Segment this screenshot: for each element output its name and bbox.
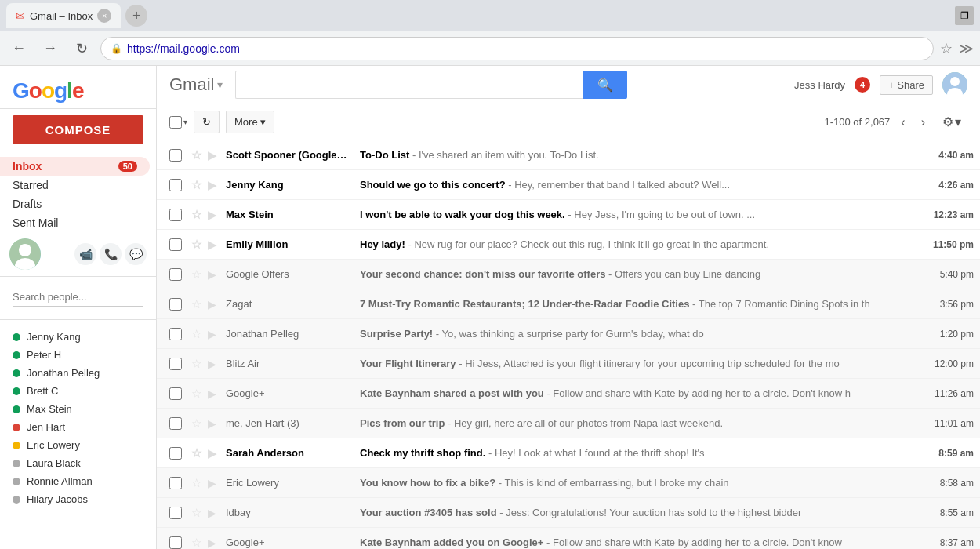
important-marker[interactable]: ▶ xyxy=(208,507,216,519)
email-row[interactable]: ☆ ▶ Max Stein I won't be able to walk yo… xyxy=(157,200,980,230)
more-button[interactable]: More ▾ xyxy=(226,111,274,133)
important-marker[interactable]: ▶ xyxy=(208,298,216,311)
sidebar-item-starred[interactable]: Starred xyxy=(0,176,150,195)
email-checkbox[interactable] xyxy=(169,536,182,549)
forward-button[interactable]: → xyxy=(38,36,63,61)
email-row[interactable]: ☆ ▶ Idbay Your auction #3405 has sold - … xyxy=(157,498,980,528)
email-row[interactable]: ☆ ▶ Google Offers Your second chance: do… xyxy=(157,260,980,289)
star-button[interactable]: ☆ xyxy=(191,178,201,192)
search-button[interactable]: 🔍 xyxy=(583,71,627,99)
email-checkbox[interactable] xyxy=(169,507,182,519)
contact-item[interactable]: Jen Hart xyxy=(0,418,156,436)
email-row[interactable]: ☆ ▶ Jonathan Pelleg Surprise Party! - Yo… xyxy=(157,319,980,349)
important-marker[interactable]: ▶ xyxy=(208,149,216,162)
star-button[interactable]: ☆ xyxy=(191,536,201,550)
important-marker[interactable]: ▶ xyxy=(208,417,216,430)
contact-item[interactable]: Jenny Kang xyxy=(0,328,156,346)
email-checkbox[interactable] xyxy=(169,358,182,370)
bookmark-button[interactable]: ☆ xyxy=(940,40,953,57)
email-row[interactable]: ☆ ▶ Blitz Air Your Flight Itinerary - Hi… xyxy=(157,349,980,379)
email-row[interactable]: ☆ ▶ Zagat 7 Must-Try Romantic Restaurant… xyxy=(157,289,980,319)
email-checkbox[interactable] xyxy=(169,209,182,221)
email-checkbox[interactable] xyxy=(169,268,182,281)
next-page-button[interactable]: › xyxy=(916,112,930,133)
notification-badge[interactable]: 4 xyxy=(855,77,870,93)
important-marker[interactable]: ▶ xyxy=(208,477,216,489)
address-bar[interactable]: 🔒 https://mail.google.com xyxy=(100,37,934,60)
star-button[interactable]: ☆ xyxy=(191,148,201,162)
star-button[interactable]: ☆ xyxy=(191,267,201,282)
email-checkbox[interactable] xyxy=(169,328,182,340)
sidebar-item-sent[interactable]: Sent Mail xyxy=(0,213,150,232)
star-button[interactable]: ☆ xyxy=(191,238,201,252)
email-checkbox[interactable] xyxy=(169,179,182,191)
star-button[interactable]: ☆ xyxy=(191,416,201,431)
star-button[interactable]: ☆ xyxy=(191,476,201,490)
sidebar-item-drafts[interactable]: Drafts xyxy=(0,195,150,213)
important-marker[interactable]: ▶ xyxy=(208,387,216,400)
email-row[interactable]: ☆ ▶ Google+ Kate Baynham added you on Go… xyxy=(157,528,980,549)
contact-item[interactable]: Ronnie Allman xyxy=(0,472,156,490)
email-row[interactable]: ☆ ▶ Sarah Anderson Check my thrift shop … xyxy=(157,438,980,468)
prev-page-button[interactable]: ‹ xyxy=(896,112,909,133)
important-marker[interactable]: ▶ xyxy=(208,328,216,340)
star-button[interactable]: ☆ xyxy=(191,506,201,520)
star-button[interactable]: ☆ xyxy=(191,446,201,460)
star-button[interactable]: ☆ xyxy=(191,208,201,222)
user-avatar-header[interactable] xyxy=(942,72,967,97)
email-checkbox[interactable] xyxy=(169,417,182,430)
star-button[interactable]: ☆ xyxy=(191,357,201,371)
window-restore-button[interactable]: ❐ xyxy=(955,6,974,25)
browser-tab[interactable]: ✉ Gmail – Inbox × xyxy=(6,3,121,28)
important-marker[interactable]: ▶ xyxy=(208,358,216,370)
compose-button[interactable]: COMPOSE xyxy=(13,115,143,144)
important-marker[interactable]: ▶ xyxy=(208,238,216,251)
email-checkbox[interactable] xyxy=(169,447,182,460)
important-marker[interactable]: ▶ xyxy=(208,179,216,191)
contact-item[interactable]: Laura Black xyxy=(0,454,156,472)
gmail-dropdown-icon[interactable]: ▾ xyxy=(217,78,223,91)
email-checkbox[interactable] xyxy=(169,387,182,400)
email-checkbox[interactable] xyxy=(169,238,182,251)
select-dropdown-arrow[interactable]: ▾ xyxy=(183,118,187,126)
refresh-button[interactable]: ↻ xyxy=(194,111,220,133)
new-tab-button[interactable]: + xyxy=(125,5,147,27)
select-all-checkbox[interactable] xyxy=(169,116,182,129)
email-row[interactable]: ☆ ▶ me, Jen Hart (3) Pics from our trip … xyxy=(157,409,980,438)
back-button[interactable]: ← xyxy=(6,36,31,61)
email-row[interactable]: ☆ ▶ Jenny Kang Should we go to this conc… xyxy=(157,170,980,200)
phone-button[interactable]: 📞 xyxy=(100,243,122,265)
sidebar-item-inbox[interactable]: Inbox 50 xyxy=(0,157,150,176)
refresh-button[interactable]: ↻ xyxy=(69,36,94,61)
important-marker[interactable]: ▶ xyxy=(208,209,216,221)
contact-item[interactable]: Peter H xyxy=(0,346,156,364)
contact-item[interactable]: Eric Lowery xyxy=(0,436,156,454)
settings-button[interactable]: ⚙ ▾ xyxy=(936,111,967,133)
email-row[interactable]: ☆ ▶ Google+ Kate Baynham shared a post w… xyxy=(157,379,980,409)
search-input[interactable] xyxy=(235,71,583,99)
email-row[interactable]: ☆ ▶ Eric Lowery You know how to fix a bi… xyxy=(157,468,980,498)
important-marker[interactable]: ▶ xyxy=(208,268,216,281)
important-marker[interactable]: ▶ xyxy=(208,536,216,549)
important-marker[interactable]: ▶ xyxy=(208,447,216,460)
chat-button[interactable]: 💬 xyxy=(125,243,147,265)
email-checkbox[interactable] xyxy=(169,298,182,311)
email-row[interactable]: ☆ ▶ Scott Spooner (Google Dr. To-Do List… xyxy=(157,140,980,170)
search-people-input[interactable] xyxy=(13,288,143,307)
star-button[interactable]: ☆ xyxy=(191,297,201,311)
sender-name: Idbay xyxy=(226,507,347,518)
email-row[interactable]: ☆ ▶ Emily Million Hey lady! - New rug fo… xyxy=(157,230,980,260)
contact-item[interactable]: Jonathan Pelleg xyxy=(0,364,156,382)
contact-item[interactable]: Max Stein xyxy=(0,400,156,418)
browser-more-button[interactable]: ≫ xyxy=(959,40,974,57)
contact-item[interactable]: Brett C xyxy=(0,382,156,400)
video-call-button[interactable]: 📹 xyxy=(74,243,96,265)
contact-item[interactable]: Hilary Jacobs xyxy=(0,490,156,508)
email-checkbox[interactable] xyxy=(169,477,182,489)
gmail-top-header: Google xyxy=(0,74,156,109)
email-checkbox[interactable] xyxy=(169,149,182,162)
tab-close-button[interactable]: × xyxy=(97,9,111,23)
star-button[interactable]: ☆ xyxy=(191,387,201,401)
star-button[interactable]: ☆ xyxy=(191,327,201,341)
share-button[interactable]: + Share xyxy=(880,75,933,95)
